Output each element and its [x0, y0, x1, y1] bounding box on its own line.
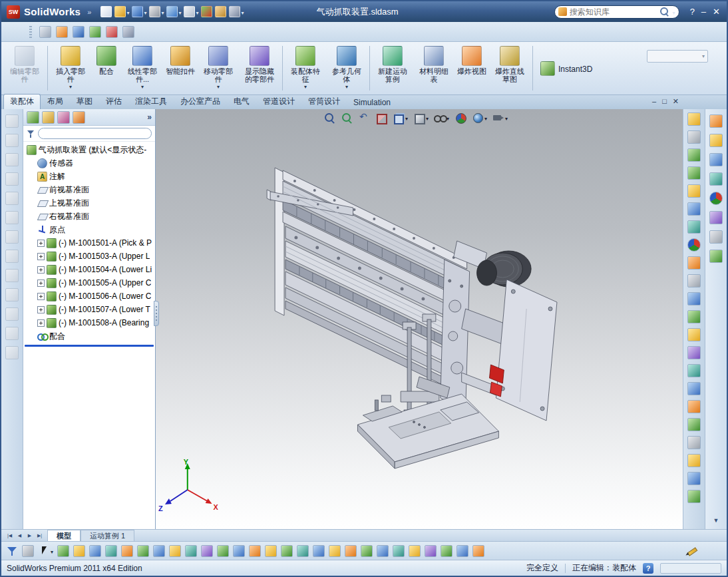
- dropdown-caret-icon[interactable]: [217, 83, 220, 89]
- tab-model[interactable]: 模型: [47, 530, 81, 541]
- tab-electrical[interactable]: 电气: [227, 94, 256, 109]
- dropdown-caret-icon[interactable]: [304, 83, 307, 89]
- right-toolbar-icon[interactable]: [687, 220, 701, 234]
- tab-piping[interactable]: 管道设计: [256, 94, 301, 109]
- tool-icon[interactable]: [472, 545, 484, 557]
- explode-line-sketch-button[interactable]: 爆炸直线草图: [489, 43, 530, 93]
- apply-scene-icon[interactable]: [472, 112, 487, 124]
- right-toolbar-icon[interactable]: [687, 112, 701, 126]
- tool-icon[interactable]: [281, 545, 293, 557]
- left-toolbar-icon[interactable]: [5, 230, 19, 244]
- expand-icon[interactable]: [37, 240, 45, 247]
- knowledge-search-box[interactable]: [554, 5, 679, 19]
- left-toolbar-icon[interactable]: [5, 288, 19, 301]
- tree-item-m1001505[interactable]: (-) M-1001505-A (Upper C: [23, 276, 155, 289]
- edit-appearance-icon[interactable]: [455, 112, 466, 124]
- tool-icon[interactable]: [201, 545, 213, 557]
- right-toolbar-icon[interactable]: [687, 292, 701, 305]
- dropdown-caret-icon[interactable]: [51, 546, 53, 556]
- left-toolbar-icon[interactable]: [5, 211, 19, 224]
- tree-item-front-plane[interactable]: 前视基准面: [23, 183, 155, 196]
- right-toolbar-icon[interactable]: [687, 184, 701, 198]
- tool-icon[interactable]: [169, 545, 181, 557]
- scenes-icon[interactable]: [709, 211, 723, 224]
- trim-tool-icon[interactable]: [89, 26, 101, 38]
- view-settings-icon[interactable]: [492, 112, 508, 124]
- solidworks-resources-icon[interactable]: [709, 114, 723, 128]
- annotation-pencil-icon[interactable]: [685, 544, 699, 558]
- right-toolbar-icon[interactable]: [687, 454, 701, 467]
- exploded-view-button[interactable]: 爆炸视图: [455, 43, 489, 93]
- left-toolbar-icon[interactable]: [5, 153, 19, 166]
- view-orientation-icon[interactable]: [393, 112, 408, 124]
- new-document-icon[interactable]: [99, 4, 113, 20]
- right-toolbar-icon[interactable]: [687, 238, 701, 252]
- expand-icon[interactable]: [37, 306, 45, 313]
- tree-item-right-plane[interactable]: 右视基准面: [23, 210, 155, 223]
- dropdown-caret-icon[interactable]: [405, 113, 408, 122]
- expand-icon[interactable]: [37, 266, 45, 274]
- linear-pattern-button[interactable]: 线性零部件...: [122, 43, 163, 93]
- last-tab-button[interactable]: ▶|: [35, 530, 45, 541]
- select-cursor-icon[interactable]: [38, 545, 53, 557]
- left-toolbar-icon[interactable]: [5, 269, 19, 282]
- instant3d-button[interactable]: Instant3D: [535, 43, 598, 93]
- file-properties-icon[interactable]: [214, 4, 228, 20]
- dropdown-caret-icon[interactable]: [426, 113, 429, 122]
- tree-item-m1001504[interactable]: (-) M-1001504-A (Lower Li: [23, 263, 155, 276]
- right-toolbar-icon[interactable]: [687, 256, 701, 270]
- design-library-icon[interactable]: [709, 134, 723, 147]
- right-toolbar-icon[interactable]: [687, 274, 701, 288]
- right-toolbar-icon[interactable]: [687, 436, 701, 449]
- featuremanager-tab-icon[interactable]: [27, 111, 39, 124]
- panel-overflow-chevron[interactable]: »: [147, 112, 152, 122]
- edit-component-button[interactable]: 编辑零部件: [4, 43, 45, 93]
- display-style-icon[interactable]: [413, 112, 429, 124]
- bom-button[interactable]: 材料明细表: [413, 43, 455, 93]
- left-toolbar-icon[interactable]: [5, 134, 19, 147]
- panel-minimize-button[interactable]: –: [652, 97, 656, 106]
- right-toolbar-icon[interactable]: [687, 472, 701, 485]
- new-motion-study-button[interactable]: 新建运动算例: [372, 43, 413, 93]
- right-toolbar-icon[interactable]: [687, 382, 701, 395]
- tree-item-origin[interactable]: 原点: [23, 223, 155, 236]
- model-base-plate[interactable]: [357, 394, 498, 469]
- model-mounting-plate[interactable]: [496, 280, 557, 421]
- model-rail-assembly[interactable]: [267, 168, 466, 394]
- tool-icon[interactable]: [329, 545, 341, 557]
- right-toolbar-icon[interactable]: [687, 346, 701, 359]
- tool-icon[interactable]: [233, 545, 245, 557]
- tool-icon[interactable]: [153, 545, 165, 557]
- search-icon[interactable]: [659, 7, 669, 17]
- open-icon[interactable]: [113, 4, 130, 20]
- dropdown-caret-icon[interactable]: [144, 7, 146, 17]
- dropdown-caret-icon[interactable]: [178, 7, 181, 17]
- first-tab-button[interactable]: |◀: [5, 530, 15, 541]
- tool-icon[interactable]: [425, 545, 437, 557]
- tool-icon[interactable]: [393, 545, 405, 557]
- custom-properties-icon[interactable]: [709, 230, 723, 244]
- tool-icon[interactable]: [249, 545, 261, 557]
- convert-entities-icon[interactable]: [106, 26, 118, 38]
- rollback-bar[interactable]: [25, 345, 154, 347]
- ribbon-separator[interactable]: [282, 46, 283, 91]
- menu-expand-chevron[interactable]: »: [87, 8, 91, 16]
- move-component-button[interactable]: 移动零部件: [198, 43, 239, 93]
- rebuild-icon[interactable]: [200, 4, 214, 20]
- tool-icon[interactable]: [441, 545, 453, 557]
- tool-icon[interactable]: [297, 545, 309, 557]
- expand-icon[interactable]: [37, 293, 45, 300]
- appearances-icon[interactable]: [709, 192, 723, 205]
- tool-icon[interactable]: [57, 545, 69, 557]
- next-tab-button[interactable]: ▶: [25, 530, 35, 541]
- tool-icon[interactable]: [217, 545, 229, 557]
- tool-icon[interactable]: [409, 545, 421, 557]
- zoom-fit-icon[interactable]: [323, 112, 335, 124]
- right-toolbar-icon[interactable]: [687, 328, 701, 341]
- tree-item-m1001503[interactable]: (-) M-1001503-A (Upper L: [23, 250, 155, 263]
- expand-icon[interactable]: [37, 280, 45, 287]
- dropdown-caret-icon[interactable]: [484, 113, 487, 122]
- left-toolbar-icon[interactable]: [5, 346, 19, 359]
- spline-tool-icon[interactable]: [73, 26, 85, 38]
- tree-root-assembly[interactable]: 气动抓取装置 (默认<显示状态-: [23, 143, 155, 156]
